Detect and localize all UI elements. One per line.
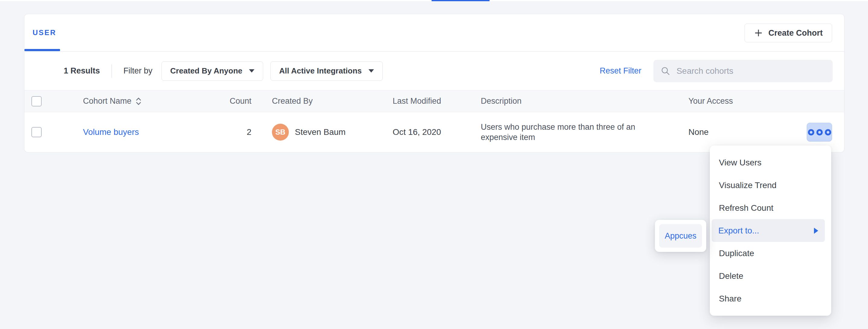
row-checkbox[interactable]: [31, 127, 42, 137]
menu-item-refresh-count[interactable]: Refresh Count: [710, 196, 831, 219]
cohort-type-tabs: USER Create Cohort: [25, 14, 844, 52]
export-to-label: Export to...: [718, 226, 759, 236]
last-modified-date: Oct 16, 2020: [393, 127, 481, 137]
menu-item-duplicate[interactable]: Duplicate: [710, 242, 831, 265]
caret-down-icon: [369, 69, 374, 73]
search-cohorts-box[interactable]: [653, 60, 833, 82]
sort-updown-icon: [135, 97, 142, 106]
export-submenu: Appcues: [655, 220, 706, 252]
column-header-count: Count: [193, 97, 251, 106]
created-by-filter-label: Created By Anyone: [170, 66, 242, 76]
cohort-description: Users who purchase more than three of an…: [481, 122, 659, 142]
menu-item-view-users[interactable]: View Users: [710, 151, 831, 174]
table-header-row: Cohort Name Count Created By Last Modifi…: [25, 90, 844, 112]
create-cohort-button[interactable]: Create Cohort: [745, 24, 832, 42]
cohort-name-header-label: Cohort Name: [83, 97, 132, 106]
cohorts-page: USER Create Cohort 1 Results Filter by C…: [0, 0, 868, 329]
row-actions-button[interactable]: [807, 123, 832, 141]
filter-by-label: Filter by: [123, 66, 152, 76]
tab-active-underline: [25, 49, 60, 51]
submenu-item-appcues[interactable]: Appcues: [659, 224, 702, 248]
search-icon: [661, 65, 670, 77]
column-header-last-modified: Last Modified: [393, 97, 481, 106]
cohort-name-link[interactable]: Volume buyers: [83, 127, 139, 137]
column-header-your-access: Your Access: [688, 97, 783, 106]
submenu-arrow-icon: [814, 228, 818, 234]
menu-item-export-to[interactable]: Export to...: [712, 219, 825, 242]
cohort-count: 2: [193, 127, 251, 137]
filter-divider: [112, 64, 112, 78]
select-all-checkbox[interactable]: [31, 96, 42, 106]
menu-item-share[interactable]: Share: [710, 287, 831, 310]
menu-item-delete[interactable]: Delete: [710, 265, 831, 287]
plus-icon: [754, 28, 763, 37]
row-actions-menu: View Users Visualize Trend Refresh Count…: [710, 145, 831, 316]
menu-item-visualize-trend[interactable]: Visualize Trend: [710, 174, 831, 196]
your-access-value: None: [688, 127, 783, 137]
filter-bar: 1 Results Filter by Created By Anyone Al…: [25, 52, 844, 90]
column-header-cohort-name[interactable]: Cohort Name: [83, 97, 193, 106]
caret-down-icon: [249, 69, 254, 73]
integrations-filter-dropdown[interactable]: All Active Integrations: [271, 61, 383, 81]
reset-filter-link[interactable]: Reset Filter: [600, 66, 641, 76]
cohorts-card: USER Create Cohort 1 Results Filter by C…: [24, 14, 844, 152]
results-count: 1 Results: [64, 66, 100, 76]
active-tab-indicator: [432, 0, 490, 1]
created-by-name: Steven Baum: [295, 127, 346, 137]
search-cohorts-input[interactable]: [676, 66, 826, 76]
tab-user[interactable]: USER: [33, 28, 56, 37]
avatar: SB: [272, 124, 289, 141]
integrations-filter-label: All Active Integrations: [279, 66, 362, 76]
ellipsis-icon: [808, 129, 831, 135]
created-by-filter-dropdown[interactable]: Created By Anyone: [161, 61, 263, 81]
column-header-created-by: Created By: [272, 97, 393, 106]
created-by-cell: SB Steven Baum: [272, 124, 393, 141]
create-cohort-label: Create Cohort: [768, 28, 823, 38]
column-header-description: Description: [481, 97, 688, 106]
